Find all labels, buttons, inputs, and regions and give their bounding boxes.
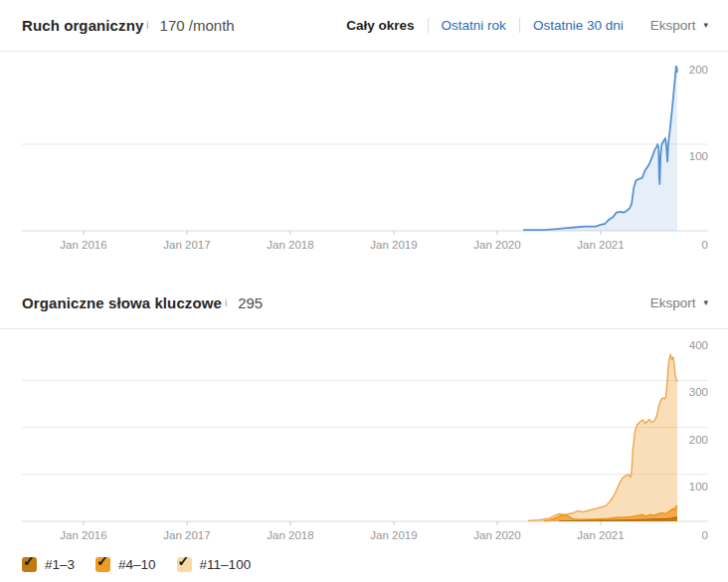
legend-item-11-100[interactable]: ✓ #11–100	[177, 557, 252, 572]
organic-keywords-title: Organiczne słowa kluczowe	[22, 294, 222, 311]
tab-last-30-days[interactable]: Ostatnie 30 dni	[533, 18, 624, 33]
svg-text:100: 100	[689, 481, 708, 492]
svg-text:Jan 2016: Jan 2016	[60, 239, 106, 251]
checkmark-icon: ✓	[23, 553, 35, 569]
legend-label-11-100: #11–100	[200, 557, 252, 572]
svg-text:300: 300	[689, 386, 708, 398]
svg-text:100: 100	[689, 150, 708, 162]
svg-text:Jan 2018: Jan 2018	[267, 529, 313, 541]
legend-label-top3: #1–3	[45, 557, 75, 572]
keywords-legend: ✓ #1–3 ✓ #4–10 ✓ #11–100	[0, 557, 728, 572]
chevron-down-icon: ▾	[703, 21, 708, 30]
checkbox-11-100[interactable]: ✓	[177, 557, 192, 572]
svg-text:Jan 2021: Jan 2021	[577, 529, 624, 541]
svg-text:Jan 2020: Jan 2020	[473, 239, 520, 251]
svg-text:Jan 2016: Jan 2016	[60, 529, 106, 541]
svg-text:Jan 2020: Jan 2020	[473, 529, 520, 541]
export-label: Eksport	[650, 18, 696, 33]
checkbox-4-10[interactable]: ✓	[95, 557, 110, 572]
period-tabs: Cały okres Ostatni rok Ostatnie 30 dni	[346, 18, 623, 33]
organic-keywords-header: Organiczne słowa kluczowe i 295 Eksport …	[0, 278, 728, 329]
traffic-value: 170 /month	[160, 17, 235, 34]
organic-keywords-chart-svg[interactable]: Jan 2016Jan 2017Jan 2018Jan 2019Jan 2020…	[0, 329, 728, 546]
svg-text:Jan 2019: Jan 2019	[370, 529, 417, 541]
organic-traffic-chart[interactable]: Jan 2016Jan 2017Jan 2018Jan 2019Jan 2020…	[0, 52, 728, 259]
export-label: Eksport	[650, 295, 696, 310]
svg-text:Jan 2017: Jan 2017	[163, 239, 210, 251]
svg-text:Jan 2019: Jan 2019	[370, 239, 417, 251]
organic-traffic-panel: Ruch organiczny i 170 /month Cały okres …	[0, 0, 728, 259]
keywords-value: 295	[238, 294, 263, 311]
checkbox-top3[interactable]: ✓	[22, 557, 37, 572]
organic-keywords-chart[interactable]: Jan 2016Jan 2017Jan 2018Jan 2019Jan 2020…	[0, 329, 728, 550]
info-icon[interactable]: i	[225, 297, 227, 308]
organic-traffic-title: Ruch organiczny	[22, 17, 143, 34]
svg-text:Jan 2021: Jan 2021	[577, 239, 624, 251]
checkmark-icon: ✓	[178, 553, 190, 569]
tab-all-time[interactable]: Cały okres	[346, 18, 414, 33]
tab-separator	[519, 18, 520, 33]
checkmark-icon: ✓	[96, 553, 108, 569]
export-button[interactable]: Eksport ▾	[650, 295, 708, 310]
legend-label-4-10: #4–10	[118, 557, 156, 572]
chevron-down-icon: ▾	[703, 298, 708, 307]
organic-traffic-chart-svg[interactable]: Jan 2016Jan 2017Jan 2018Jan 2019Jan 2020…	[0, 52, 728, 255]
svg-text:Jan 2017: Jan 2017	[163, 529, 210, 541]
export-button[interactable]: Eksport ▾	[650, 18, 708, 33]
svg-text:0: 0	[702, 529, 708, 541]
svg-text:0: 0	[702, 239, 708, 251]
svg-text:400: 400	[689, 339, 708, 351]
svg-text:Jan 2018: Jan 2018	[267, 239, 313, 251]
svg-text:200: 200	[689, 64, 708, 76]
organic-keywords-panel: Organiczne słowa kluczowe i 295 Eksport …	[0, 278, 728, 550]
organic-traffic-header: Ruch organiczny i 170 /month Cały okres …	[0, 0, 728, 52]
legend-item-top3[interactable]: ✓ #1–3	[22, 557, 75, 572]
legend-item-4-10[interactable]: ✓ #4–10	[95, 557, 156, 572]
svg-text:200: 200	[689, 434, 708, 446]
tab-separator	[428, 18, 429, 33]
tab-last-year[interactable]: Ostatni rok	[442, 18, 506, 33]
info-icon[interactable]: i	[146, 20, 148, 31]
